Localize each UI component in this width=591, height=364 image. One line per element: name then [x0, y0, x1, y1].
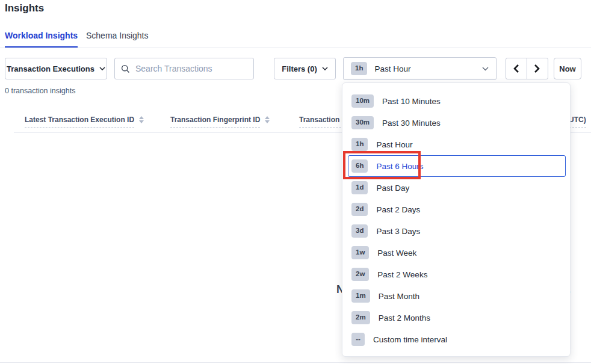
time-option-past-2-weeks[interactable]: 2w Past 2 Weeks	[348, 264, 566, 285]
page-title: Insights	[5, 2, 44, 14]
time-option-past-week[interactable]: 1w Past Week	[348, 242, 566, 264]
time-option-past-day[interactable]: 1d Past Day	[348, 177, 566, 199]
chevron-down-icon	[99, 67, 105, 70]
time-option-label: Past Hour	[376, 140, 412, 149]
time-option-custom-time-interval[interactable]: -- Custom time interval	[348, 329, 566, 350]
time-option-past-2-months[interactable]: 2m Past 2 Months	[348, 307, 566, 329]
time-option-badge: 1d	[351, 181, 368, 194]
search-input[interactable]	[135, 64, 247, 73]
time-range-arrows	[506, 58, 548, 79]
search-box	[114, 58, 254, 79]
time-interval-label: Past Hour	[374, 64, 475, 73]
time-option-label: Past 30 Minutes	[382, 119, 441, 128]
time-interval-select[interactable]: 1h Past Hour	[343, 57, 497, 80]
chevron-down-icon	[482, 67, 489, 71]
time-option-past-2-days[interactable]: 2d Past 2 Days	[348, 199, 566, 220]
time-option-badge: 2d	[351, 203, 368, 216]
time-option-badge: 3d	[351, 224, 368, 238]
time-option-label: Past 2 Months	[379, 313, 430, 322]
tab-bar: Workload Insights Schema Insights	[0, 26, 591, 48]
now-button[interactable]: Now	[554, 58, 581, 79]
transaction-type-label: Transaction Executions	[7, 64, 94, 73]
tab-workload-insights[interactable]: Workload Insights	[5, 26, 78, 48]
time-option-label: Past Month	[379, 292, 419, 301]
time-option-label: Past 3 Days	[376, 227, 420, 236]
time-option-label: Past 10 Minutes	[382, 97, 441, 106]
time-option-past-hour[interactable]: 1h Past Hour	[348, 134, 566, 155]
chevron-down-icon	[322, 67, 328, 70]
bottom-divider	[0, 362, 591, 363]
time-interval-menu: 10m Past 10 Minutes 30m Past 30 Minutes …	[342, 82, 571, 357]
now-label: Now	[559, 64, 575, 73]
time-option-past-30-minutes[interactable]: 30m Past 30 Minutes	[348, 112, 566, 134]
time-option-badge: 10m	[351, 94, 374, 108]
filters-button[interactable]: Filters (0)	[274, 58, 336, 79]
column-header-latest-transaction-execution-id: Latest Transaction Execution ID	[25, 116, 144, 128]
time-option-past-10-minutes[interactable]: 10m Past 10 Minutes	[348, 90, 566, 112]
transaction-type-dropdown[interactable]: Transaction Executions	[5, 58, 107, 79]
time-option-badge: 6h	[351, 159, 368, 173]
time-option-label: Custom time interval	[373, 335, 447, 344]
time-option-badge: 1w	[351, 246, 369, 259]
time-option-label: Past Week	[377, 248, 416, 258]
time-option-past-6-hours[interactable]: 6h Past 6 Hours	[348, 155, 566, 177]
time-option-label: Past 2 Days	[376, 205, 420, 214]
sort-icon[interactable]	[139, 116, 144, 123]
time-option-label: Past 6 Hours	[376, 162, 423, 171]
column-label[interactable]: Transaction Fingerprint ID	[170, 116, 260, 128]
column-header-transaction-fingerprint-id: Transaction Fingerprint ID	[170, 116, 270, 128]
time-option-label: Past 2 Weeks	[377, 270, 427, 279]
time-option-badge: 1h	[351, 138, 368, 151]
column-label[interactable]: Latest Transaction Execution ID	[25, 116, 134, 128]
previous-interval-button[interactable]	[506, 58, 527, 79]
time-option-badge: --	[351, 333, 365, 346]
time-option-badge: 30m	[351, 116, 374, 129]
search-icon	[121, 64, 130, 73]
next-interval-button[interactable]	[527, 58, 548, 79]
sort-icon[interactable]	[265, 116, 270, 123]
filters-label: Filters (0)	[282, 64, 317, 73]
time-option-past-3-days[interactable]: 3d Past 3 Days	[348, 220, 566, 242]
time-option-past-month[interactable]: 1m Past Month	[348, 285, 566, 307]
time-option-label: Past Day	[376, 184, 409, 193]
time-interval-badge: 1h	[351, 62, 367, 75]
time-option-badge: 2m	[351, 311, 370, 324]
tab-schema-insights[interactable]: Schema Insights	[86, 26, 149, 48]
insights-count: 0 transaction insights	[5, 87, 75, 95]
time-option-badge: 2w	[351, 268, 369, 281]
time-option-badge: 1m	[351, 289, 370, 303]
